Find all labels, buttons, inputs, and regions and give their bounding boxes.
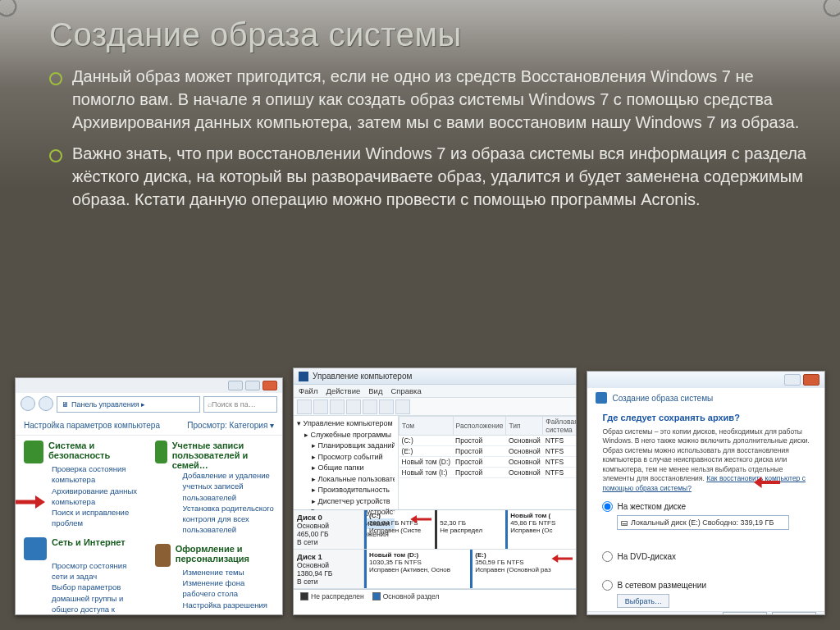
- category-link[interactable]: Установка родительского контроля для все…: [183, 503, 275, 536]
- category-icon: [24, 537, 47, 560]
- radio-dvd[interactable]: [602, 551, 613, 562]
- tree-item[interactable]: ▸ Диспетчер устройств: [297, 496, 395, 508]
- option-dvd[interactable]: На DVD-дисках: [602, 551, 810, 562]
- minimize-button[interactable]: [228, 381, 243, 390]
- breadcrumb-text: Панель управления ▸: [71, 400, 145, 409]
- disk-header: Диск 0Основной465,00 ГБВ сети: [294, 510, 364, 549]
- legend-item: Не распределен: [300, 592, 364, 600]
- folder-icon: 🖥: [62, 400, 69, 409]
- browse-network-button[interactable]: Выбрать…: [617, 594, 669, 608]
- category-icon: [24, 441, 43, 463]
- drive-icon: 🖴: [621, 518, 628, 527]
- disk-row: Диск 0Основной465,00 ГБВ сети(C:)366,84 …: [294, 510, 576, 550]
- tree-item[interactable]: ▸ Просмотр событий: [297, 452, 395, 463]
- table-row[interactable]: Новый том (D:)ПростойОсновнойNTFSИсправе…: [399, 457, 577, 468]
- disk-row: Диск 1Основной1380,94 ГБВ сетиНовый том …: [294, 550, 576, 589]
- back-button[interactable]: [21, 396, 35, 411]
- category-icon: [155, 441, 167, 463]
- cp-category[interactable]: Учетные записи пользователей и семей…Доб…: [155, 441, 275, 536]
- category-link[interactable]: Настройка разрешения экрана: [183, 600, 275, 615]
- cp-category[interactable]: Система и безопасностьПроверка состояния…: [24, 441, 144, 529]
- category-link[interactable]: Поиск и исправление проблем: [52, 507, 144, 529]
- category-link[interactable]: Проверка состояния компьютера: [52, 463, 144, 486]
- menu-item[interactable]: Вид: [368, 386, 382, 395]
- close-button[interactable]: [803, 374, 819, 386]
- option-harddisk[interactable]: На жестком диске: [602, 501, 810, 512]
- menu-item[interactable]: Справка: [390, 386, 421, 395]
- col-header[interactable]: Расположение: [453, 417, 506, 436]
- highlight-arrow-icon: [410, 515, 431, 523]
- category-link[interactable]: Выбор параметров домашней группы и общег…: [52, 582, 144, 615]
- tool-button[interactable]: [313, 399, 328, 414]
- wizard-icon: [596, 392, 607, 404]
- wizard-question: Где следует сохранять архив?: [602, 413, 810, 422]
- maximize-button[interactable]: [245, 381, 260, 390]
- category-link[interactable]: Добавление и удаление учетных записей по…: [183, 470, 275, 503]
- partition[interactable]: (E:)350,59 ГБ NTFSИсправен (Основной раз: [470, 550, 576, 588]
- window-title: Управление компьютером: [313, 372, 412, 381]
- window-controls: [587, 372, 824, 388]
- tree-item[interactable]: ▸ Производительность: [297, 485, 395, 496]
- screenshot-disk-management: Управление компьютером ФайлДействиеВидСп…: [293, 368, 577, 615]
- legend-item: Основной раздел: [372, 592, 440, 600]
- tree-item[interactable]: ▾ Управление компьютером (л: [297, 418, 395, 430]
- category-link[interactable]: Архивирование данных компьютера: [52, 486, 144, 508]
- cp-view[interactable]: Просмотр: Категория ▾: [187, 421, 274, 430]
- tree-item[interactable]: ▸ Планировщик заданий: [297, 441, 395, 452]
- tool-button[interactable]: [379, 399, 394, 414]
- partition[interactable]: Новый том (45,86 ГБ NTFSИсправен (Ос: [505, 510, 576, 549]
- volume-list[interactable]: ТомРасположениеТипФайловая системаСостоя…: [399, 416, 576, 509]
- tool-button[interactable]: [330, 399, 345, 414]
- target-disk-combo[interactable]: 🖴 Локальный диск (E:) Свободно: 339,19 Г…: [617, 515, 789, 530]
- col-header[interactable]: Тип: [506, 417, 543, 436]
- slide-title: Создание образа системы: [49, 16, 807, 53]
- partition[interactable]: 52,30 ГБНе распредел: [435, 510, 505, 549]
- legend: Не распределенОсновной раздел: [294, 589, 576, 602]
- category-link[interactable]: Изменение темы: [183, 567, 275, 578]
- menu-bar[interactable]: ФайлДействиеВидСправка: [294, 385, 576, 398]
- help-button[interactable]: [784, 374, 801, 386]
- tree-item[interactable]: ▸ Служебные программы: [297, 430, 395, 441]
- disk-map[interactable]: Диск 0Основной465,00 ГБВ сети(C:)366,84 …: [294, 509, 576, 589]
- tree-item[interactable]: ▸ Локальные пользовател: [297, 474, 395, 486]
- wizard-heading: Создание образа системы: [612, 394, 713, 403]
- partition[interactable]: (C:)366,84 ГБ NTFSИсправен (Систе: [364, 510, 435, 549]
- option-network[interactable]: В сетевом размещении: [602, 580, 810, 591]
- col-header[interactable]: Том: [399, 417, 454, 436]
- category-title: Оформление и персонализация: [176, 544, 274, 564]
- search-input[interactable]: ⌕ Поиск в па…: [203, 396, 277, 413]
- col-header[interactable]: Файловая система: [543, 417, 577, 436]
- table-row[interactable]: Новый том (I:)ПростойОсновнойNTFSИсправе…: [399, 468, 577, 478]
- screenshot-system-image-wizard: Создание образа системы Где следует сохр…: [587, 371, 825, 615]
- table-row[interactable]: (C:)ПростойОсновнойNTFSИсправен: [399, 436, 577, 446]
- highlight-arrow-icon: [551, 555, 573, 563]
- bullet-item: Данный образ может пригодится, если не о…: [49, 65, 807, 134]
- cp-category[interactable]: Сеть и ИнтернетПросмотр состояния сети и…: [24, 537, 144, 615]
- cp-category[interactable]: Оформление и персонализацияИзменение тем…: [155, 544, 275, 615]
- bullet-list: Данный образ может пригодится, если не о…: [49, 65, 807, 211]
- radio-net[interactable]: [602, 580, 613, 591]
- tool-button[interactable]: [346, 399, 361, 414]
- next-button[interactable]: Далее: [723, 612, 767, 615]
- category-link[interactable]: Изменение фона рабочего стола: [183, 578, 275, 600]
- menu-item[interactable]: Действие: [326, 386, 360, 395]
- cancel-button[interactable]: Отмена: [772, 612, 816, 615]
- tool-button[interactable]: [297, 399, 312, 414]
- category-title: Сеть и Интернет: [52, 537, 126, 547]
- breadcrumb[interactable]: 🖥 Панель управления ▸: [57, 396, 200, 413]
- partition[interactable]: Новый том (D:)1030,35 ГБ NTFSИсправен (А…: [364, 550, 470, 588]
- tool-button[interactable]: [395, 399, 410, 414]
- category-title: Учетные записи пользователей и семей…: [172, 441, 274, 470]
- nav-tree[interactable]: ▾ Управление компьютером (л▸ Служебные п…: [294, 416, 399, 509]
- tool-button[interactable]: [363, 399, 377, 414]
- tree-item[interactable]: ▸ Общие папки: [297, 463, 395, 474]
- forward-button[interactable]: [39, 396, 53, 411]
- menu-item[interactable]: Файл: [299, 386, 317, 395]
- toolbar[interactable]: [294, 398, 576, 416]
- category-link[interactable]: Просмотр состояния сети и задач: [52, 560, 144, 582]
- screenshot-control-panel: 🖥 Панель управления ▸ ⌕ Поиск в па… Наст…: [15, 377, 283, 615]
- close-button[interactable]: [262, 381, 277, 390]
- radio-hdd[interactable]: [602, 501, 613, 512]
- table-row[interactable]: (E:)ПростойОсновнойNTFSИсправен: [399, 446, 577, 457]
- app-icon: [299, 372, 308, 381]
